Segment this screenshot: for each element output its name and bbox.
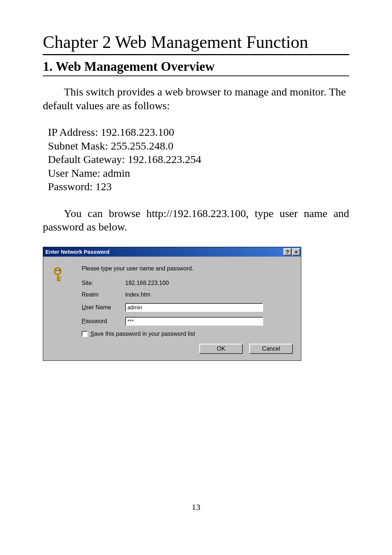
cancel-button[interactable]: Cancel [249, 344, 293, 354]
default-username: User Name: admin [48, 166, 349, 180]
svg-point-0 [54, 268, 61, 274]
dialog-title: Enter Network Password [45, 249, 283, 255]
intro-paragraph: This switch provides a web browser to ma… [43, 85, 349, 112]
default-subnet: Subnet Mask: 255.255.248.0 [48, 139, 349, 153]
save-password-row[interactable]: Save this password in your password list [82, 331, 294, 337]
password-label: Password [82, 318, 125, 325]
svg-rect-4 [59, 277, 61, 278]
key-icon [53, 278, 67, 284]
default-gateway: Default Gateway: 192.168.223.254 [48, 152, 349, 166]
password-row: Password *** [82, 317, 294, 326]
default-ip: IP Address: 192.168.223.100 [48, 125, 349, 139]
save-password-label: Save this password in your password list [90, 331, 195, 337]
chapter-title: Chapter 2 Web Management Function [43, 32, 349, 55]
svg-rect-5 [59, 279, 61, 281]
dialog-prompt: Please type your user name and password. [82, 265, 294, 272]
realm-row: Realm index.htm [82, 291, 294, 298]
realm-label: Realm [82, 291, 125, 298]
username-row: User Name admin [82, 303, 294, 312]
section-title: 1. Web Management Overview [43, 59, 349, 76]
username-input[interactable]: admin [125, 303, 263, 312]
svg-rect-3 [57, 274, 59, 281]
site-value: 192.168.223.100 [125, 280, 169, 286]
username-label: User Name [82, 304, 125, 311]
save-password-checkbox[interactable] [82, 331, 87, 337]
realm-value: index.htm [125, 291, 150, 298]
password-input[interactable]: *** [125, 317, 263, 326]
site-label: Site: [82, 280, 125, 286]
dialog-titlebar[interactable]: Enter Network Password ? × [43, 247, 301, 257]
default-password: Password: 123 [48, 180, 349, 193]
svg-point-2 [58, 269, 60, 271]
ok-button[interactable]: OK [199, 344, 243, 354]
close-button[interactable]: × [292, 248, 300, 256]
svg-point-1 [56, 269, 57, 271]
instruction-paragraph: You can browse http://192.168.223.100, t… [43, 207, 349, 234]
help-button[interactable]: ? [283, 248, 291, 256]
password-dialog: Enter Network Password ? × Pl [43, 247, 301, 361]
page-number: 13 [0, 502, 392, 512]
defaults-list: IP Address: 192.168.223.100 Subnet Mask:… [48, 125, 349, 193]
site-row: Site: 192.168.223.100 [82, 280, 294, 286]
